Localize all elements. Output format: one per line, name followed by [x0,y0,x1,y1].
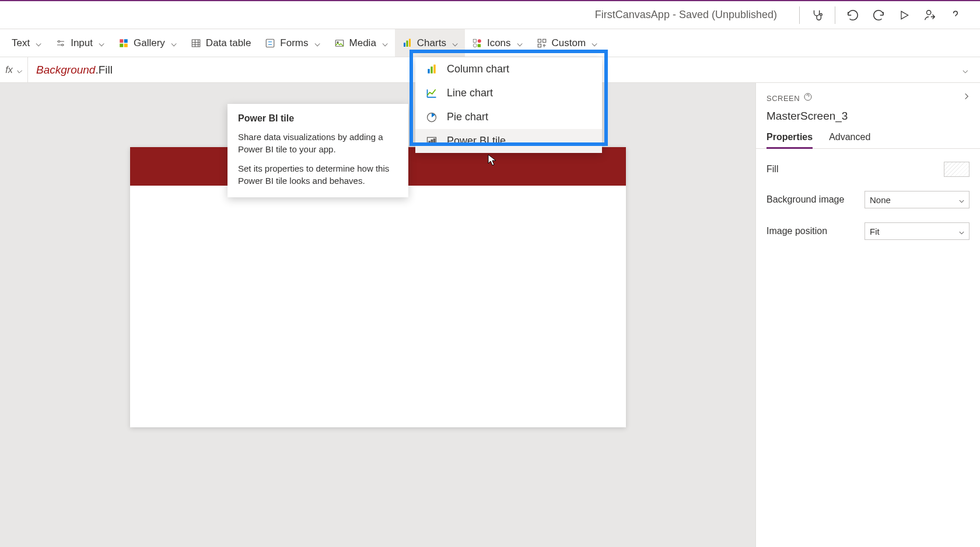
fill-swatch[interactable] [944,162,970,177]
svg-rect-28 [431,140,433,144]
tooltip-p2: Set its properties to determine how this… [238,162,397,187]
icons-icon [472,38,482,48]
undo-icon [846,9,859,22]
charts-menu[interactable]: Charts ⌵ [395,29,465,57]
media-label: Media [349,37,376,49]
menu-line-chart[interactable]: Line chart [415,81,602,105]
share-button[interactable] [917,1,943,29]
media-menu[interactable]: Media ⌵ [327,29,395,57]
custom-menu[interactable]: Custom ⌵ [530,29,605,57]
forms-icon [265,38,275,48]
menu-column-chart[interactable]: Column chart [415,57,602,81]
forms-label: Forms [280,37,308,49]
data-table-label: Data table [206,37,251,49]
help-button[interactable] [943,1,968,29]
text-label: Text [12,37,30,49]
power-bi-icon [426,135,438,147]
custom-label: Custom [552,37,586,49]
image-position-select[interactable]: Fit ⌵ [864,222,970,240]
background-image-label: Background image [766,194,864,205]
text-menu[interactable]: Text ⌵ [5,29,48,57]
screen-name[interactable]: MasterScreen_3 [756,109,980,128]
divider [799,6,800,24]
tab-advanced[interactable]: Advanced [829,128,870,148]
chevron-down-icon: ⌵ [592,37,597,49]
tooltip-body: Share data visualizations by adding a Po… [238,131,397,187]
chevron-down-icon: ⌵ [99,37,104,49]
fx-button[interactable]: fx ⌵ [0,57,28,82]
help-icon[interactable] [803,92,813,104]
person-share-icon [923,9,936,22]
menu-pie-chart[interactable]: Pie chart [415,105,602,129]
media-icon [334,38,345,48]
fill-label: Fill [766,164,944,175]
gallery-icon [118,38,129,48]
formula-value: Fill [99,64,113,76]
chevron-down-icon: ⌵ [171,37,177,49]
tab-properties[interactable]: Properties [766,128,813,148]
charts-dropdown: Column chart Line chart Pie chart Power … [415,57,602,153]
svg-rect-6 [120,43,123,47]
formula-expand[interactable]: ⌵ [951,64,980,75]
data-table-menu[interactable]: Data table [184,29,258,57]
svg-rect-24 [433,64,435,73]
custom-icon [537,38,547,48]
svg-point-16 [478,39,481,43]
gallery-label: Gallery [134,37,165,49]
svg-rect-20 [538,44,541,47]
input-menu[interactable]: Input ⌵ [48,29,111,57]
chevron-down-icon: ⌵ [959,194,964,205]
background-image-select[interactable]: None ⌵ [864,191,970,208]
svg-point-0 [820,13,822,16]
svg-rect-14 [409,39,411,47]
panel-expand-button[interactable] [963,91,971,104]
sliders-icon [55,38,66,48]
charts-icon [402,38,412,48]
divider [835,6,835,24]
title-bar: FirstCanvasApp - Saved (Unpublished) [0,1,980,29]
app-checker-button[interactable] [804,1,830,29]
svg-rect-18 [538,39,541,42]
tooltip: Power BI tile Share data visualizations … [228,104,408,197]
forms-menu[interactable]: Forms ⌵ [258,29,327,57]
tooltip-title: Power BI tile [238,113,397,124]
line-chart-icon [426,88,438,99]
menu-column-chart-label: Column chart [447,63,509,75]
chevron-down-icon: ⌵ [452,37,458,49]
svg-rect-5 [124,39,128,43]
redo-icon [872,9,885,22]
formula-property: Background [36,64,95,76]
svg-rect-8 [192,40,200,47]
menu-power-bi-tile[interactable]: Power BI tile [415,129,602,153]
svg-rect-22 [428,69,429,74]
tooltip-p1: Share data visualizations by adding a Po… [238,131,397,155]
preview-button[interactable] [891,1,917,29]
chevron-down-icon: ⌵ [963,65,968,75]
svg-rect-23 [430,67,432,74]
undo-button[interactable] [840,1,866,29]
svg-rect-19 [542,39,545,42]
svg-rect-9 [267,39,275,47]
app-title: FirstCanvasApp - Saved (Unpublished) [595,9,777,21]
fx-icon: fx [5,65,12,75]
chevron-down-icon: ⌵ [517,37,523,49]
chevron-down-icon: ⌵ [382,37,388,49]
redo-button[interactable] [866,1,891,29]
chevron-down-icon: ⌵ [959,226,964,236]
icons-menu[interactable]: Icons ⌵ [465,29,530,57]
background-image-value: None [870,195,891,205]
svg-point-3 [62,44,64,46]
column-chart-icon [426,64,438,75]
panel-section-label: SCREEN [766,94,800,103]
stethoscope-icon [811,9,824,22]
svg-rect-12 [404,43,405,47]
menu-power-bi-tile-label: Power BI tile [447,135,506,147]
svg-rect-29 [433,138,435,143]
charts-label: Charts [417,37,446,49]
svg-point-2 [58,40,60,42]
image-position-label: Image position [766,226,864,236]
data-table-icon [191,38,201,48]
svg-rect-7 [124,43,128,47]
properties-panel: SCREEN MasterScreen_3 Properties Advance… [755,83,980,547]
gallery-menu[interactable]: Gallery ⌵ [111,29,184,57]
